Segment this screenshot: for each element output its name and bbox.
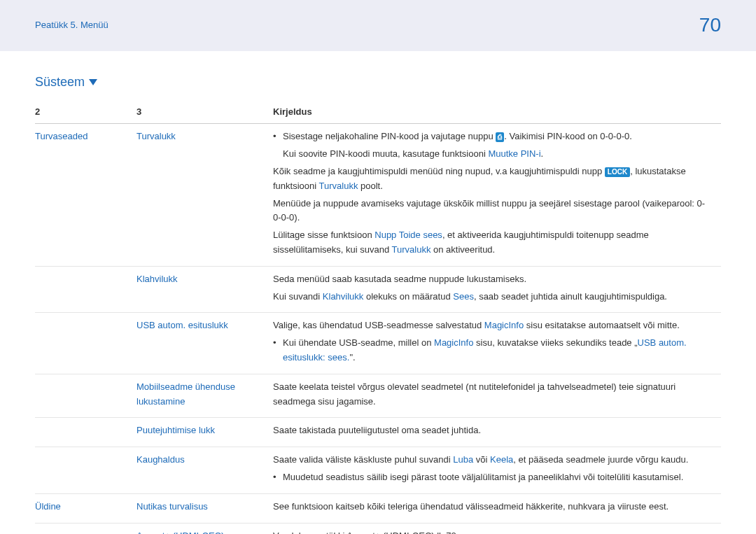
desc-line: Saate valida väliste käskluste puhul suv…: [273, 453, 713, 468]
desc-line: Vaadake peatükki Anynet+ (HDMI-CEC) lk 7…: [273, 529, 713, 534]
table-row: Kaughaldus Saate valida väliste käsklust…: [35, 447, 721, 494]
cell-desc: Sisestage neljakohaline PIN-kood ja vaju…: [273, 124, 721, 266]
table-row: Anynet+ (HDMI-CEC) Vaadake peatükki Anyn…: [35, 523, 721, 534]
desc-line: Seda menüüd saab kasutada seadme nuppude…: [273, 272, 713, 287]
desc-line: Valige, kas ühendatud USB-seadmesse salv…: [273, 318, 713, 333]
table-row: USB autom. esituslukk Valige, kas ühenda…: [35, 313, 721, 374]
table-header-3: Kirjeldus: [273, 101, 721, 124]
cell-uldine: Üldine: [35, 493, 136, 523]
cell-nutikas: Nutikas turvalisus: [136, 493, 273, 523]
triangle-down-icon: [89, 79, 97, 85]
table-row: Mobiilseadme ühenduselukustamine Saate k…: [35, 374, 721, 418]
cell-usb-esituslukk: USB autom. esituslukk: [136, 313, 273, 374]
table-row: Puutejuhtimise lukk Saate takistada puut…: [35, 418, 721, 447]
desc-line: Saate takistada puuteliigutustel oma sea…: [273, 423, 713, 438]
desc-line: Lülitage sisse funktsioon Nupp Toide see…: [273, 228, 713, 258]
cell-klahvilukk: Klahvilukk: [136, 266, 273, 313]
cell-kaughaldus: Kaughaldus: [136, 447, 273, 494]
desc-line: Saate keelata teistel võrgus olevatel se…: [273, 380, 713, 409]
cell-desc: Valige, kas ühendatud USB-seadmesse salv…: [273, 313, 721, 374]
cell-desc: Saate takistada puuteliigutustel oma sea…: [273, 418, 721, 447]
enter-icon: ⎙: [496, 132, 504, 142]
desc-line: Menüüde ja nuppude avamiseks vajutage ük…: [273, 197, 713, 226]
cell-desc: Saate keelata teistel võrgus olevatel se…: [273, 374, 721, 418]
section-title: Süsteem: [35, 72, 721, 92]
table-row: Klahvilukk Seda menüüd saab kasutada sea…: [35, 266, 721, 313]
table-row: Turvaseaded Turvalukk Sisestage neljakoh…: [35, 124, 721, 266]
lock-icon: LOCK: [605, 167, 630, 177]
page-content: Süsteem 2 3 Kirjeldus Turvaseaded Turval…: [0, 51, 756, 534]
desc-line: Kui suvandi Klahvilukk olekuks on määrat…: [273, 290, 713, 304]
cell-turvaseaded: Turvaseaded: [35, 124, 136, 266]
desc-line: See funktsioon kaitseb kõiki teleriga üh…: [273, 500, 713, 514]
cell-anynet: Anynet+ (HDMI-CEC): [136, 523, 273, 534]
bullet-item: Kui ühendate USB-seadme, millel on Magic…: [273, 336, 713, 365]
page-number: 70: [699, 10, 721, 41]
cell-mobiil-lukk: Mobiilseadme ühenduselukustamine: [136, 374, 273, 418]
section-name: Süsteem: [35, 72, 85, 92]
table-header-1: 2: [35, 101, 136, 124]
chapter-label: Peatükk 5. Menüü: [35, 18, 108, 33]
desc-line: Kõik seadme ja kaugjuhtimispuldi menüüd …: [273, 164, 713, 194]
settings-table: 2 3 Kirjeldus Turvaseaded Turvalukk Sise…: [35, 101, 721, 534]
table-header-2: 3: [136, 101, 273, 124]
note-line: Kui soovite PIN-koodi muuta, kasutage fu…: [273, 147, 713, 162]
cell-puute-lukk: Puutejuhtimise lukk: [136, 418, 273, 447]
table-row: Üldine Nutikas turvalisus See funktsioon…: [35, 493, 721, 523]
cell-desc: Saate valida väliste käskluste puhul suv…: [273, 447, 721, 494]
bullet-item: Muudetud seadistus säilib isegi pärast t…: [273, 470, 713, 485]
page-header: Peatükk 5. Menüü 70: [0, 0, 756, 51]
cell-desc: Seda menüüd saab kasutada seadme nuppude…: [273, 266, 721, 313]
bullet-item: Sisestage neljakohaline PIN-kood ja vaju…: [273, 129, 713, 144]
cell-desc: Vaadake peatükki Anynet+ (HDMI-CEC) lk 7…: [273, 523, 721, 534]
cell-desc: See funktsioon kaitseb kõiki teleriga üh…: [273, 493, 721, 523]
cell-turvalukk: Turvalukk: [136, 124, 273, 266]
